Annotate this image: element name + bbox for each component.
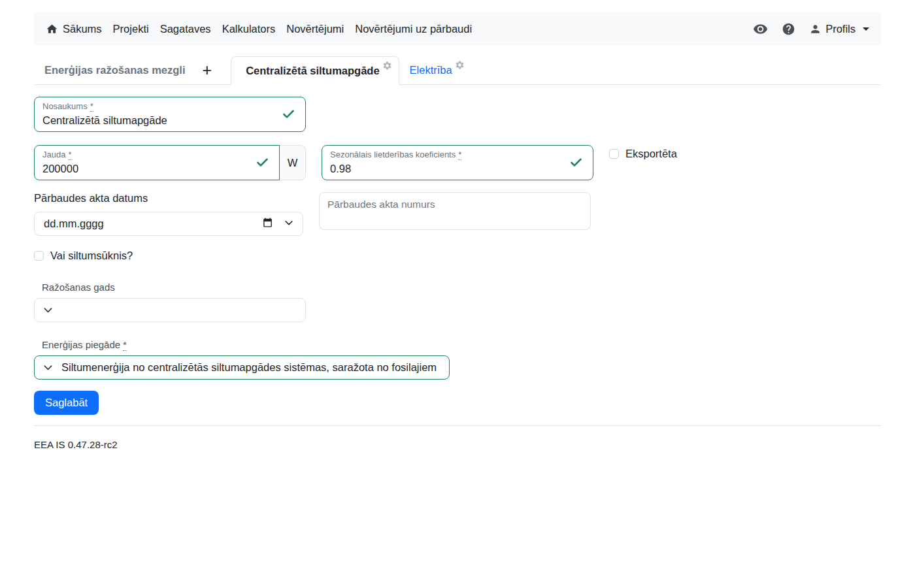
- field-label: Pārbaudes akta numurs: [327, 199, 582, 210]
- nav-item-label: Novērtējumi: [286, 23, 344, 35]
- help-icon[interactable]: [782, 22, 795, 36]
- valid-check-icon: [282, 108, 295, 122]
- gear-icon[interactable]: [382, 61, 392, 71]
- razosanas-gads-select[interactable]: [34, 298, 306, 322]
- visibility-icon[interactable]: [753, 22, 768, 37]
- tab-label: Elektrība: [410, 64, 452, 76]
- profile-menu[interactable]: Profils: [809, 23, 869, 35]
- field-label: Jauda*: [42, 150, 250, 161]
- app-version: EEA IS 0.47.28-rc2: [34, 439, 118, 450]
- nav-item-sakums[interactable]: Sākums: [46, 23, 102, 35]
- tab-centralizeta-siltumapgade[interactable]: Centralizētā siltumapgāde: [231, 56, 399, 85]
- nav-item-projekti[interactable]: Projekti: [113, 23, 149, 35]
- nav-item-novertejumi-uz-parbaudi[interactable]: Novērtējumi uz pārbaudi: [355, 23, 472, 35]
- footer-divider: [34, 425, 881, 426]
- tab-bar: Enerģijas ražošanas mezgli + Centralizēt…: [34, 56, 881, 85]
- field-label: Sezonālais lietderības koeficients*: [330, 150, 564, 161]
- top-navbar: Sākums Projekti Sagataves Kalkulators No…: [34, 12, 881, 46]
- tab-label: Centralizētā siltumapgāde: [246, 65, 379, 77]
- home-icon: [46, 23, 58, 35]
- koeficients-input[interactable]: Sezonālais lietderības koeficients* 0.98: [322, 145, 593, 180]
- nav-item-label: Sākums: [63, 23, 102, 35]
- chevron-down-icon[interactable]: [284, 218, 293, 230]
- nav-item-label: Projekti: [113, 23, 149, 35]
- checkbox-box[interactable]: [34, 251, 44, 261]
- jauda-input-group: Jauda* 200000 W: [34, 145, 306, 180]
- tab-energijas-razosanas-mezgli[interactable]: Enerģijas ražošanas mezgli: [34, 56, 193, 84]
- nav-item-sagataves[interactable]: Sagataves: [160, 23, 211, 35]
- caret-down-icon: [863, 27, 869, 31]
- nav-item-novertejumi[interactable]: Novērtējumi: [286, 23, 344, 35]
- person-icon: [809, 23, 822, 35]
- field-value: 200000: [42, 161, 250, 176]
- razosanas-gads-label: Ražošanas gads: [42, 282, 115, 293]
- checkbox-label: Vai siltumsūknis?: [50, 250, 133, 262]
- nav-menu: Sākums Projekti Sagataves Kalkulators No…: [46, 23, 472, 35]
- add-tab-button[interactable]: +: [193, 56, 222, 84]
- form-panel: Nosaukums* Centralizētā siltumapgāde Jau…: [34, 97, 881, 415]
- tab-elektriba[interactable]: Elektrība: [399, 56, 471, 84]
- nav-item-label: Sagataves: [160, 23, 211, 35]
- unit-addon: W: [280, 145, 306, 180]
- nav-item-label: Kalkulators: [222, 23, 276, 35]
- calendar-icon[interactable]: [262, 217, 273, 231]
- eksporteta-checkbox[interactable]: Eksportēta: [609, 148, 677, 160]
- nav-item-label: Novērtējumi uz pārbaudi: [355, 23, 472, 35]
- chevron-down-icon: [43, 363, 53, 372]
- page: Sākums Projekti Sagataves Kalkulators No…: [0, 12, 915, 451]
- parbaudes-akta-datums-label: Pārbaudes akta datums: [34, 192, 148, 204]
- nav-actions: Profils: [753, 22, 869, 37]
- select-value: Siltumenerģija no centralizētās siltumap…: [61, 361, 441, 374]
- profile-label: Profils: [825, 23, 856, 35]
- checkbox-label: Eksportēta: [625, 148, 677, 160]
- chevron-down-icon: [43, 305, 53, 315]
- gear-icon[interactable]: [455, 60, 465, 70]
- nav-item-kalkulators[interactable]: Kalkulators: [222, 23, 276, 35]
- field-label: Nosaukums*: [42, 101, 276, 112]
- vai-siltumsuknis-checkbox[interactable]: Vai siltumsūknis?: [34, 250, 133, 262]
- save-button[interactable]: Saglabāt: [34, 391, 99, 415]
- valid-check-icon: [256, 156, 269, 170]
- field-value: 0.98: [330, 161, 564, 176]
- checkbox-box[interactable]: [609, 149, 619, 159]
- field-value: Centralizētā siltumapgāde: [42, 113, 276, 127]
- nosaukums-input[interactable]: Nosaukums* Centralizētā siltumapgāde: [34, 97, 306, 132]
- energijas-piegade-label: Enerģijas piegāde*: [42, 339, 127, 350]
- valid-check-icon: [569, 156, 583, 170]
- parbaudes-akta-datums-group: Pārbaudes akta datums dd.mm.gggg: [34, 192, 303, 236]
- jauda-input[interactable]: Jauda* 200000: [34, 145, 280, 180]
- parbaudes-akta-numurs-input[interactable]: Pārbaudes akta numurs: [319, 192, 591, 230]
- energijas-piegade-select[interactable]: Siltumenerģija no centralizētās siltumap…: [34, 355, 450, 380]
- parbaudes-akta-datums-input[interactable]: dd.mm.gggg: [34, 212, 303, 236]
- date-placeholder: dd.mm.gggg: [44, 218, 262, 230]
